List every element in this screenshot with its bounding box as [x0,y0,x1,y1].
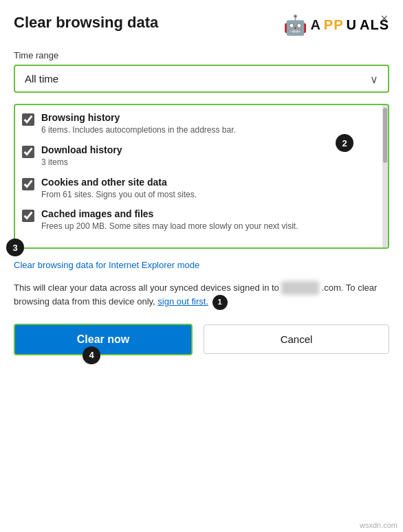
browsing-history-desc: 6 items. Includes autocompletions in the… [41,124,236,136]
download-history-text: Download history 3 items [41,144,122,168]
dialog-title: Clear browsing data [14,14,158,32]
step1-badge: 1 [213,295,228,310]
cache-item: Cached images and files Frees up 200 MB.… [22,208,380,232]
download-history-label: Download history [41,144,122,155]
info-text: This will clear your data across all you… [14,281,389,310]
sign-out-link[interactable]: sign out first. [157,296,208,307]
buttons-row: Clear now Cancel 4 [14,324,389,355]
cookies-item: Cookies and other site data From 61 site… [22,177,380,201]
logo-text2: PP [324,17,344,33]
cache-checkbox[interactable] [22,210,34,222]
download-history-checkbox[interactable] [22,146,34,158]
step4-badge: 4 [83,346,100,364]
cache-label: Cached images and files [41,208,298,219]
appuals-logo: 🤖 A PP U ALS [283,14,389,36]
browsing-history-checkbox-wrap[interactable] [22,113,34,129]
download-history-checkbox-wrap[interactable] [22,146,34,161]
cookies-desc: From 61 sites. Signs you out of most sit… [41,189,197,201]
cookies-label: Cookies and other site data [41,177,197,188]
cancel-button[interactable]: Cancel [204,324,389,354]
cache-checkbox-wrap[interactable] [22,210,34,225]
cookies-checkbox[interactable] [22,178,34,190]
close-button[interactable]: × [376,11,392,26]
cache-desc: Frees up 200 MB. Some sites may load mor… [41,221,298,232]
cache-text: Cached images and files Frees up 200 MB.… [41,208,298,232]
checkboxes-section: Browsing history 6 items. Includes autoc… [14,104,389,249]
logo-text3: U [347,17,357,33]
download-history-item: Download history 3 items [22,144,380,168]
ie-mode-link[interactable]: Clear browsing data for Internet Explore… [14,260,389,270]
time-range-label: Time range [14,50,389,60]
scrollbar-thumb [383,108,387,163]
blurred-domain [281,281,319,295]
browsing-history-item: Browsing history 6 items. Includes autoc… [22,112,380,136]
clear-now-button[interactable]: Clear now [14,324,193,355]
cookies-checkbox-wrap[interactable] [22,178,34,193]
step3-badge: 3 [6,239,24,256]
scrollbar[interactable] [382,105,388,247]
time-range-select[interactable]: All time Last hour Last 24 hours Last 7 … [15,66,388,91]
download-history-desc: 3 items [41,157,122,168]
time-range-select-wrapper: All time Last hour Last 24 hours Last 7 … [14,65,389,93]
dialog-header: Clear browsing data 🤖 A PP U ALS [14,14,389,36]
clear-browsing-data-dialog: Clear browsing data 🤖 A PP U ALS × Time … [0,0,403,369]
cookies-text: Cookies and other site data From 61 site… [41,177,197,201]
watermark: wsxdn.com [360,521,397,529]
logo-text: A [310,17,320,33]
browsing-history-checkbox[interactable] [22,113,34,126]
robot-icon: 🤖 [283,14,307,36]
browsing-history-label: Browsing history [41,112,236,123]
browsing-history-text: Browsing history 6 items. Includes autoc… [41,112,236,136]
